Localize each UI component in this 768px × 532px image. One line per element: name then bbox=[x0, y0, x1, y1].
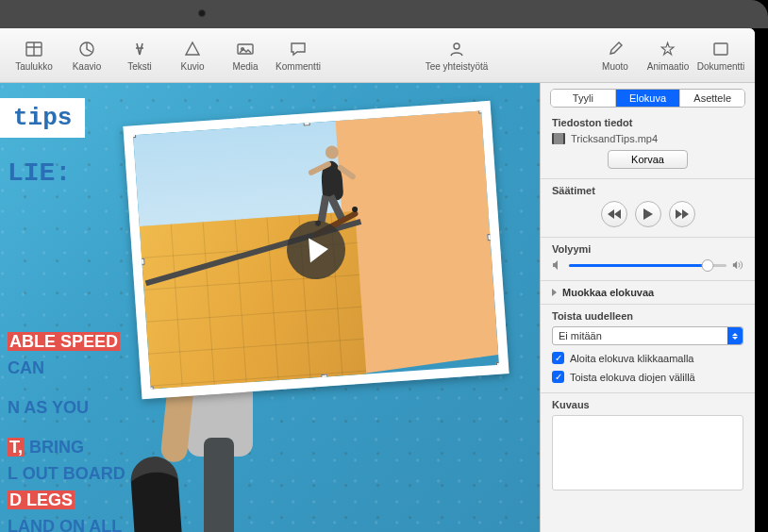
toolbar-label: Kommentti bbox=[275, 61, 321, 72]
section-volume: Volyymi bbox=[541, 238, 755, 281]
svg-point-7 bbox=[454, 43, 459, 49]
toolbar-format[interactable]: Muoto bbox=[589, 31, 642, 80]
slide-body-text: ABLE SPEED CAN N AS YOU T, BRING L OUT B… bbox=[8, 328, 125, 532]
toolbar-label: Media bbox=[232, 61, 258, 72]
tab-movie[interactable]: Elokuva bbox=[615, 90, 680, 107]
play-small-icon bbox=[643, 208, 653, 220]
volume-low-icon bbox=[552, 259, 563, 271]
edit-movie-disclosure[interactable]: Muokkaa elokuvaa bbox=[541, 281, 755, 305]
resize-handle[interactable] bbox=[138, 258, 144, 265]
table-icon bbox=[25, 40, 43, 58]
resize-handle[interactable] bbox=[487, 234, 493, 241]
toolbar: Taulukko Kaavio Teksti Kuvio Media Komme… bbox=[0, 28, 755, 83]
inspector-tabs: Tyyli Elokuva Asettele bbox=[550, 89, 745, 108]
text-icon bbox=[130, 40, 149, 58]
forward-button[interactable] bbox=[669, 201, 695, 227]
svg-rect-9 bbox=[714, 43, 727, 55]
shape-icon bbox=[183, 40, 202, 58]
toolbar-label: Kuvio bbox=[180, 61, 204, 72]
comment-icon bbox=[289, 40, 308, 58]
slide-subtitle: LIE: bbox=[8, 158, 71, 188]
section-description: Kuvaus bbox=[541, 393, 755, 532]
resize-handle[interactable] bbox=[496, 361, 503, 368]
toolbar-collaborate[interactable]: Tee yhteistyötä bbox=[414, 31, 499, 80]
toolbar-table[interactable]: Taulukko bbox=[8, 31, 60, 80]
resize-handle[interactable] bbox=[147, 386, 154, 392]
volume-title: Volyymi bbox=[552, 243, 743, 255]
toolbar-chart[interactable]: Kaavio bbox=[60, 31, 113, 80]
animate-icon bbox=[659, 40, 677, 58]
toolbar-media[interactable]: Media bbox=[219, 31, 272, 80]
volume-high-icon bbox=[732, 259, 743, 271]
media-icon bbox=[236, 40, 255, 58]
section-controls: Säätimet bbox=[541, 179, 755, 238]
filename-label: TricksandTips.mp4 bbox=[571, 133, 658, 144]
inspector-panel: Tyyli Elokuva Asettele Tiedoston tiedot … bbox=[540, 83, 755, 532]
toolbar-label: Dokumentti bbox=[697, 61, 745, 72]
toolbar-label: Muoto bbox=[602, 61, 628, 72]
volume-slider[interactable] bbox=[569, 264, 726, 267]
checkmark-icon: ✓ bbox=[552, 371, 564, 383]
rewind-icon bbox=[608, 209, 621, 219]
collaborate-icon bbox=[447, 40, 466, 58]
repeat-value: Ei mitään bbox=[559, 330, 602, 341]
edit-movie-label: Muokkaa elokuvaa bbox=[562, 287, 654, 298]
repeat-title: Toista uudelleen bbox=[552, 310, 743, 322]
checkbox-start-on-click[interactable]: ✓ Aloita elokuva klikkaamalla bbox=[552, 352, 743, 364]
file-info-title: Tiedoston tiedot bbox=[552, 117, 743, 128]
description-title: Kuvaus bbox=[552, 399, 743, 410]
forward-icon bbox=[676, 209, 689, 219]
controls-title: Säätimet bbox=[552, 185, 743, 196]
resize-handle[interactable] bbox=[303, 119, 309, 125]
slide-title-chip: tips bbox=[0, 98, 85, 138]
section-repeat: Toista uudelleen Ei mitään ✓ Aloita elok… bbox=[541, 305, 755, 393]
checkmark-icon: ✓ bbox=[552, 352, 564, 364]
toolbar-text[interactable]: Teksti bbox=[113, 31, 166, 80]
checkbox-label: Aloita elokuva klikkaamalla bbox=[570, 353, 693, 364]
chevron-right-icon bbox=[552, 289, 557, 296]
toolbar-label: Animaatio bbox=[647, 61, 689, 72]
play-button[interactable] bbox=[635, 201, 661, 227]
replace-button[interactable]: Korvaa bbox=[608, 150, 688, 169]
svg-marker-8 bbox=[661, 42, 674, 55]
toolbar-label: Taulukko bbox=[15, 61, 52, 72]
checkbox-label: Toista elokuva diojen välillä bbox=[570, 372, 695, 383]
resize-handle[interactable] bbox=[129, 131, 136, 138]
rewind-button[interactable] bbox=[601, 201, 627, 227]
svg-marker-4 bbox=[186, 42, 199, 55]
select-arrows-icon bbox=[727, 327, 743, 344]
tab-style[interactable]: Tyyli bbox=[551, 90, 615, 107]
section-file-info: Tiedoston tiedot TricksandTips.mp4 Korva… bbox=[541, 111, 755, 179]
toolbar-shape[interactable]: Kuvio bbox=[166, 31, 219, 80]
description-textarea[interactable] bbox=[552, 415, 743, 490]
resize-handle[interactable] bbox=[478, 107, 485, 113]
tab-arrange[interactable]: Asettele bbox=[679, 90, 744, 107]
toolbar-animate[interactable]: Animaatio bbox=[642, 31, 694, 80]
toolbar-label: Kaavio bbox=[73, 61, 102, 72]
brush-icon bbox=[606, 40, 625, 58]
resize-handle[interactable] bbox=[321, 374, 327, 380]
toolbar-comment[interactable]: Kommentti bbox=[272, 31, 325, 80]
toolbar-label: Tee yhteistyötä bbox=[426, 61, 489, 72]
slide-canvas[interactable]: tips LIE: ABLE SPEED CAN N AS YOU T, BRI… bbox=[0, 83, 540, 532]
toolbar-document[interactable]: Dokumentti bbox=[694, 31, 747, 80]
document-icon bbox=[711, 40, 730, 58]
video-object[interactable] bbox=[123, 101, 509, 399]
repeat-select[interactable]: Ei mitään bbox=[552, 326, 743, 345]
movie-file-icon bbox=[552, 133, 565, 144]
checkbox-play-across-slides[interactable]: ✓ Toista elokuva diojen välillä bbox=[552, 371, 743, 383]
toolbar-label: Teksti bbox=[127, 61, 152, 72]
chart-icon bbox=[77, 40, 96, 58]
